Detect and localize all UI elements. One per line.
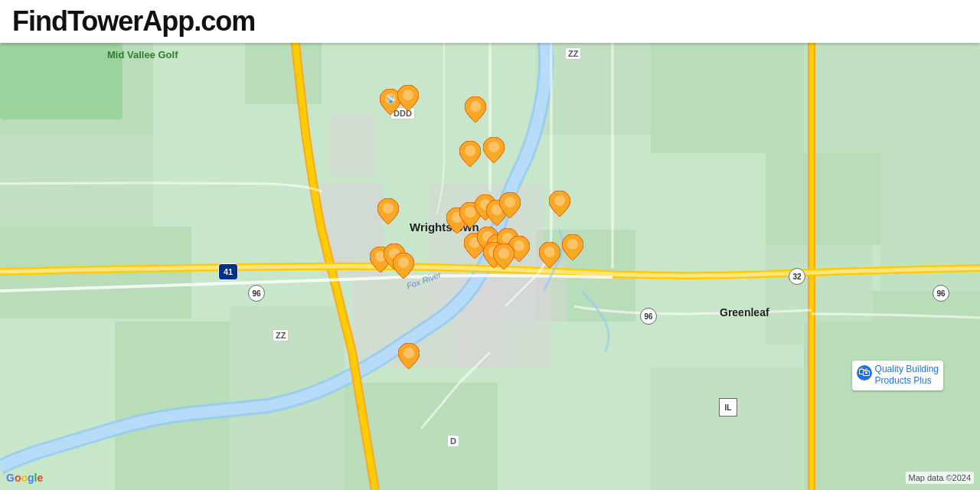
svg-rect-7 <box>651 43 804 158</box>
svg-rect-5 <box>245 43 322 104</box>
i41-shield: 41 <box>218 263 238 280</box>
svg-point-32 <box>403 90 413 100</box>
svg-rect-10 <box>766 153 880 245</box>
mid-vallee-label: Mid Vallee Golf <box>107 49 178 60</box>
il-marker: IL <box>719 398 737 416</box>
svg-point-55 <box>403 348 414 358</box>
svg-rect-2 <box>0 135 153 227</box>
svg-rect-13 <box>635 230 766 345</box>
tower-pin-15[interactable] <box>393 253 414 279</box>
svg-rect-8 <box>804 43 980 165</box>
header: FindTowerApp.com <box>0 0 980 43</box>
route-96-far: 96 <box>933 285 949 302</box>
svg-rect-21 <box>651 368 804 490</box>
svg-rect-29 <box>0 43 122 119</box>
route-32: 32 <box>789 268 805 285</box>
tower-pin-12[interactable] <box>549 191 570 217</box>
map-attribution: Map data ©2024 <box>906 472 975 484</box>
shop-icon: 🛍 <box>857 365 872 381</box>
quality-building-popup[interactable]: 🛍 Quality Building Products Plus <box>852 361 943 390</box>
svg-text:📡: 📡 <box>386 94 396 104</box>
svg-point-36 <box>383 203 394 214</box>
tower-pin-11[interactable] <box>499 192 521 218</box>
tower-pin-24[interactable] <box>562 234 583 260</box>
svg-point-42 <box>554 195 565 206</box>
route-96-left: 96 <box>248 285 265 302</box>
tower-pin-6[interactable] <box>377 198 399 224</box>
quality-building-text: Quality Building Products Plus <box>875 364 939 387</box>
tower-pin-5[interactable] <box>483 137 505 163</box>
svg-point-41 <box>505 197 515 207</box>
svg-rect-20 <box>498 368 651 490</box>
road-label-d: D <box>447 435 459 447</box>
svg-rect-22 <box>804 322 980 490</box>
svg-point-33 <box>470 101 481 112</box>
svg-point-52 <box>498 248 509 259</box>
road-label-zz-bottom: ZZ <box>273 329 289 341</box>
svg-point-53 <box>544 247 555 257</box>
svg-point-50 <box>514 240 524 251</box>
google-logo: Google <box>6 472 43 484</box>
tower-pin-25[interactable] <box>398 343 420 369</box>
site-title: FindTowerApp.com <box>12 5 255 38</box>
route-96-right: 96 <box>640 308 657 325</box>
svg-point-35 <box>488 142 499 152</box>
svg-point-45 <box>398 257 409 268</box>
tower-pin-22[interactable] <box>493 243 514 270</box>
greenleaf-label: Greenleaf <box>720 306 769 318</box>
road-label-zz-top: ZZ <box>565 47 581 60</box>
tower-pin-23[interactable] <box>539 242 560 268</box>
tower-pin-4[interactable] <box>459 141 481 167</box>
tower-pin-2[interactable] <box>397 85 419 111</box>
svg-point-34 <box>465 145 475 156</box>
svg-point-54 <box>567 239 578 250</box>
tower-pin-3[interactable] <box>465 96 486 122</box>
svg-point-38 <box>465 207 475 217</box>
svg-rect-24 <box>329 115 375 176</box>
map-container[interactable]: FindTowerApp.com Mid Vallee Golf Wrights… <box>0 0 980 490</box>
